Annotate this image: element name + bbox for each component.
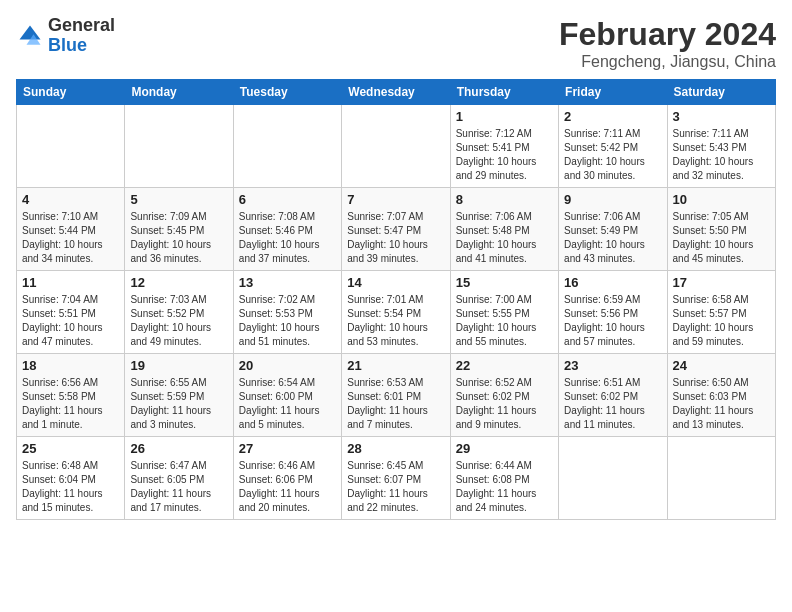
calendar-day-7: 7Sunrise: 7:07 AMSunset: 5:47 PMDaylight… (342, 188, 450, 271)
calendar-day-29: 29Sunrise: 6:44 AMSunset: 6:08 PMDayligh… (450, 437, 558, 520)
day-number: 28 (347, 441, 444, 456)
logo: General Blue (16, 16, 115, 56)
day-number: 21 (347, 358, 444, 373)
calendar-week-row: 4Sunrise: 7:10 AMSunset: 5:44 PMDaylight… (17, 188, 776, 271)
calendar-empty (342, 105, 450, 188)
calendar-title: February 2024 (559, 16, 776, 53)
calendar-week-row: 1Sunrise: 7:12 AMSunset: 5:41 PMDaylight… (17, 105, 776, 188)
day-info: Sunrise: 6:48 AMSunset: 6:04 PMDaylight:… (22, 459, 119, 515)
day-info: Sunrise: 6:44 AMSunset: 6:08 PMDaylight:… (456, 459, 553, 515)
day-info: Sunrise: 7:05 AMSunset: 5:50 PMDaylight:… (673, 210, 770, 266)
calendar-day-13: 13Sunrise: 7:02 AMSunset: 5:53 PMDayligh… (233, 271, 341, 354)
day-info: Sunrise: 7:10 AMSunset: 5:44 PMDaylight:… (22, 210, 119, 266)
day-number: 11 (22, 275, 119, 290)
logo-text: General Blue (48, 16, 115, 56)
day-number: 14 (347, 275, 444, 290)
calendar-day-8: 8Sunrise: 7:06 AMSunset: 5:48 PMDaylight… (450, 188, 558, 271)
calendar-day-19: 19Sunrise: 6:55 AMSunset: 5:59 PMDayligh… (125, 354, 233, 437)
day-info: Sunrise: 6:47 AMSunset: 6:05 PMDaylight:… (130, 459, 227, 515)
calendar-empty (667, 437, 775, 520)
day-info: Sunrise: 7:07 AMSunset: 5:47 PMDaylight:… (347, 210, 444, 266)
day-number: 6 (239, 192, 336, 207)
day-info: Sunrise: 7:11 AMSunset: 5:42 PMDaylight:… (564, 127, 661, 183)
day-info: Sunrise: 7:08 AMSunset: 5:46 PMDaylight:… (239, 210, 336, 266)
day-info: Sunrise: 7:11 AMSunset: 5:43 PMDaylight:… (673, 127, 770, 183)
calendar-empty (233, 105, 341, 188)
calendar-day-5: 5Sunrise: 7:09 AMSunset: 5:45 PMDaylight… (125, 188, 233, 271)
day-info: Sunrise: 7:09 AMSunset: 5:45 PMDaylight:… (130, 210, 227, 266)
day-number: 27 (239, 441, 336, 456)
calendar-day-3: 3Sunrise: 7:11 AMSunset: 5:43 PMDaylight… (667, 105, 775, 188)
calendar-day-25: 25Sunrise: 6:48 AMSunset: 6:04 PMDayligh… (17, 437, 125, 520)
day-number: 10 (673, 192, 770, 207)
day-number: 2 (564, 109, 661, 124)
calendar-day-9: 9Sunrise: 7:06 AMSunset: 5:49 PMDaylight… (559, 188, 667, 271)
calendar-day-21: 21Sunrise: 6:53 AMSunset: 6:01 PMDayligh… (342, 354, 450, 437)
day-number: 4 (22, 192, 119, 207)
svg-marker-0 (20, 25, 41, 39)
calendar-day-1: 1Sunrise: 7:12 AMSunset: 5:41 PMDaylight… (450, 105, 558, 188)
calendar-day-17: 17Sunrise: 6:58 AMSunset: 5:57 PMDayligh… (667, 271, 775, 354)
calendar-subtitle: Fengcheng, Jiangsu, China (559, 53, 776, 71)
calendar-day-24: 24Sunrise: 6:50 AMSunset: 6:03 PMDayligh… (667, 354, 775, 437)
day-number: 29 (456, 441, 553, 456)
day-info: Sunrise: 6:53 AMSunset: 6:01 PMDaylight:… (347, 376, 444, 432)
day-info: Sunrise: 7:03 AMSunset: 5:52 PMDaylight:… (130, 293, 227, 349)
day-info: Sunrise: 6:58 AMSunset: 5:57 PMDaylight:… (673, 293, 770, 349)
day-info: Sunrise: 6:52 AMSunset: 6:02 PMDaylight:… (456, 376, 553, 432)
day-number: 1 (456, 109, 553, 124)
calendar-day-23: 23Sunrise: 6:51 AMSunset: 6:02 PMDayligh… (559, 354, 667, 437)
day-info: Sunrise: 6:54 AMSunset: 6:00 PMDaylight:… (239, 376, 336, 432)
day-info: Sunrise: 7:02 AMSunset: 5:53 PMDaylight:… (239, 293, 336, 349)
day-number: 25 (22, 441, 119, 456)
calendar-day-14: 14Sunrise: 7:01 AMSunset: 5:54 PMDayligh… (342, 271, 450, 354)
day-number: 26 (130, 441, 227, 456)
weekday-header-thursday: Thursday (450, 80, 558, 105)
logo-icon (16, 22, 44, 50)
day-number: 15 (456, 275, 553, 290)
day-info: Sunrise: 6:45 AMSunset: 6:07 PMDaylight:… (347, 459, 444, 515)
logo-general: General (48, 16, 115, 36)
logo-blue: Blue (48, 36, 115, 56)
day-number: 19 (130, 358, 227, 373)
calendar-week-row: 11Sunrise: 7:04 AMSunset: 5:51 PMDayligh… (17, 271, 776, 354)
calendar-day-18: 18Sunrise: 6:56 AMSunset: 5:58 PMDayligh… (17, 354, 125, 437)
calendar-day-16: 16Sunrise: 6:59 AMSunset: 5:56 PMDayligh… (559, 271, 667, 354)
calendar-empty (559, 437, 667, 520)
day-info: Sunrise: 6:51 AMSunset: 6:02 PMDaylight:… (564, 376, 661, 432)
day-number: 20 (239, 358, 336, 373)
calendar-empty (125, 105, 233, 188)
calendar-table: SundayMondayTuesdayWednesdayThursdayFrid… (16, 79, 776, 520)
day-info: Sunrise: 7:04 AMSunset: 5:51 PMDaylight:… (22, 293, 119, 349)
day-info: Sunrise: 6:59 AMSunset: 5:56 PMDaylight:… (564, 293, 661, 349)
calendar-day-2: 2Sunrise: 7:11 AMSunset: 5:42 PMDaylight… (559, 105, 667, 188)
day-info: Sunrise: 7:00 AMSunset: 5:55 PMDaylight:… (456, 293, 553, 349)
weekday-header-friday: Friday (559, 80, 667, 105)
day-number: 7 (347, 192, 444, 207)
day-number: 9 (564, 192, 661, 207)
day-number: 8 (456, 192, 553, 207)
day-number: 12 (130, 275, 227, 290)
day-number: 5 (130, 192, 227, 207)
day-number: 23 (564, 358, 661, 373)
day-number: 17 (673, 275, 770, 290)
day-info: Sunrise: 6:56 AMSunset: 5:58 PMDaylight:… (22, 376, 119, 432)
calendar-day-26: 26Sunrise: 6:47 AMSunset: 6:05 PMDayligh… (125, 437, 233, 520)
calendar-day-22: 22Sunrise: 6:52 AMSunset: 6:02 PMDayligh… (450, 354, 558, 437)
weekday-header-monday: Monday (125, 80, 233, 105)
calendar-day-4: 4Sunrise: 7:10 AMSunset: 5:44 PMDaylight… (17, 188, 125, 271)
day-info: Sunrise: 7:06 AMSunset: 5:49 PMDaylight:… (564, 210, 661, 266)
calendar-day-6: 6Sunrise: 7:08 AMSunset: 5:46 PMDaylight… (233, 188, 341, 271)
weekday-header-saturday: Saturday (667, 80, 775, 105)
calendar-week-row: 18Sunrise: 6:56 AMSunset: 5:58 PMDayligh… (17, 354, 776, 437)
page-header: General Blue February 2024 Fengcheng, Ji… (16, 16, 776, 71)
calendar-day-28: 28Sunrise: 6:45 AMSunset: 6:07 PMDayligh… (342, 437, 450, 520)
weekday-header-wednesday: Wednesday (342, 80, 450, 105)
calendar-day-15: 15Sunrise: 7:00 AMSunset: 5:55 PMDayligh… (450, 271, 558, 354)
day-info: Sunrise: 6:46 AMSunset: 6:06 PMDaylight:… (239, 459, 336, 515)
day-number: 16 (564, 275, 661, 290)
weekday-header-sunday: Sunday (17, 80, 125, 105)
day-info: Sunrise: 7:12 AMSunset: 5:41 PMDaylight:… (456, 127, 553, 183)
day-number: 18 (22, 358, 119, 373)
calendar-empty (17, 105, 125, 188)
